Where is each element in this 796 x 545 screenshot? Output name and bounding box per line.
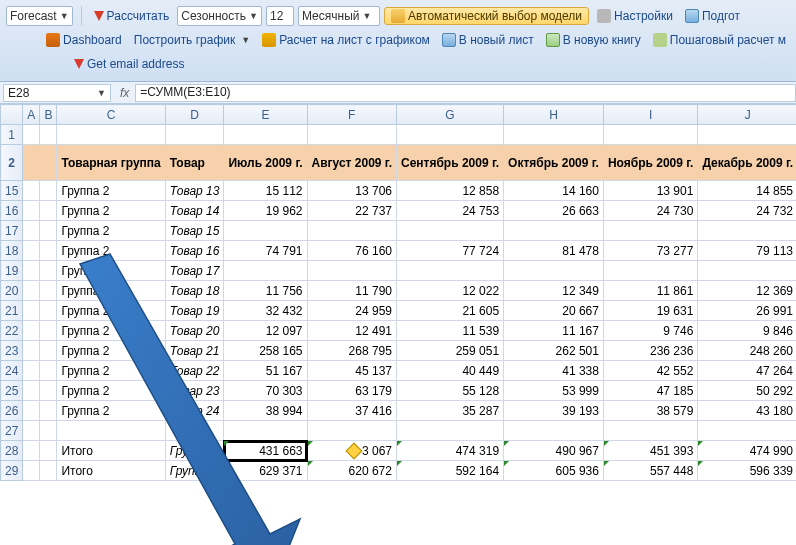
cell[interactable]: Группа 2 <box>57 321 165 341</box>
cell[interactable]: 32 432 <box>224 301 307 321</box>
cell[interactable]: 38 579 <box>603 401 697 421</box>
cell[interactable]: Товар <box>165 145 224 181</box>
cell[interactable]: 557 448 <box>603 461 697 481</box>
cell[interactable]: 50 292 <box>698 381 796 401</box>
cell[interactable]: 12 369 <box>698 281 796 301</box>
season-value[interactable]: 12 <box>266 6 294 26</box>
cell[interactable] <box>224 261 307 281</box>
cell[interactable]: 24 732 <box>698 201 796 221</box>
stepwise-button[interactable]: Пошаговый расчет м <box>649 31 790 49</box>
cell[interactable]: 47 185 <box>603 381 697 401</box>
cell[interactable]: 26 991 <box>698 301 796 321</box>
cell[interactable]: 474 990 <box>698 441 796 461</box>
cell[interactable] <box>40 441 57 461</box>
cell[interactable] <box>504 261 604 281</box>
cell[interactable] <box>23 145 40 181</box>
cell[interactable] <box>23 281 40 301</box>
new-sheet-button[interactable]: В новый лист <box>438 31 538 49</box>
row-header[interactable]: 29 <box>1 461 23 481</box>
cell[interactable] <box>504 421 604 441</box>
cell[interactable]: Товар 17 <box>165 261 224 281</box>
cell[interactable]: 3 067 <box>307 441 396 461</box>
cell[interactable]: Июль 2009 г. <box>224 145 307 181</box>
cell[interactable] <box>40 401 57 421</box>
cell[interactable]: 474 319 <box>396 441 503 461</box>
cell[interactable]: Товар 16 <box>165 241 224 261</box>
cell[interactable] <box>40 381 57 401</box>
cell[interactable]: Декабрь 2009 г. <box>698 145 796 181</box>
cell[interactable] <box>40 221 57 241</box>
cell[interactable]: 77 724 <box>396 241 503 261</box>
cell[interactable] <box>224 125 307 145</box>
cell[interactable]: Сентябрь 2009 г. <box>396 145 503 181</box>
cell[interactable]: Товар 21 <box>165 341 224 361</box>
cell[interactable] <box>603 261 697 281</box>
calc-sheet-button[interactable]: Расчет на лист с графиком <box>258 31 434 49</box>
cell[interactable] <box>698 221 796 241</box>
row-header[interactable]: 16 <box>1 201 23 221</box>
cell[interactable] <box>603 421 697 441</box>
cell[interactable] <box>307 261 396 281</box>
row-header[interactable]: 19 <box>1 261 23 281</box>
cell[interactable] <box>603 221 697 241</box>
cell[interactable]: Группа 2 <box>57 381 165 401</box>
cell[interactable] <box>40 125 57 145</box>
cell[interactable]: 620 672 <box>307 461 396 481</box>
cell[interactable]: Группа 2 <box>57 181 165 201</box>
cell[interactable]: 47 264 <box>698 361 796 381</box>
cell[interactable] <box>698 421 796 441</box>
cell[interactable]: Группа 2 <box>57 341 165 361</box>
cell[interactable]: 248 260 <box>698 341 796 361</box>
cell[interactable] <box>40 241 57 261</box>
cell[interactable] <box>40 181 57 201</box>
cell[interactable] <box>40 145 57 181</box>
dashboard-button[interactable]: Dashboard <box>42 31 126 49</box>
fx-icon[interactable]: fx <box>120 86 129 100</box>
cell[interactable] <box>40 421 57 441</box>
cell[interactable]: 9 746 <box>603 321 697 341</box>
cell[interactable] <box>23 461 40 481</box>
cell[interactable] <box>396 221 503 241</box>
cell[interactable] <box>698 261 796 281</box>
cell[interactable]: 40 449 <box>396 361 503 381</box>
col-G[interactable]: G <box>396 105 503 125</box>
get-email-button[interactable]: Get email address <box>70 55 188 73</box>
cell[interactable]: Группа 2 <box>57 201 165 221</box>
col-A[interactable]: A <box>23 105 40 125</box>
cell[interactable]: 262 501 <box>504 341 604 361</box>
cell[interactable] <box>23 221 40 241</box>
cell[interactable] <box>603 125 697 145</box>
cell[interactable]: 12 858 <box>396 181 503 201</box>
season-dropdown[interactable]: Сезонность▼ <box>177 6 262 26</box>
cell[interactable] <box>40 301 57 321</box>
cell[interactable]: 55 128 <box>396 381 503 401</box>
col-I[interactable]: I <box>603 105 697 125</box>
cell[interactable]: 38 994 <box>224 401 307 421</box>
cell[interactable]: 13 706 <box>307 181 396 201</box>
cell[interactable] <box>40 461 57 481</box>
period-dropdown[interactable]: Месячный▼ <box>298 6 380 26</box>
cell[interactable]: Группа 2 <box>57 301 165 321</box>
cell[interactable]: 9 846 <box>698 321 796 341</box>
cell[interactable] <box>504 221 604 241</box>
cell[interactable]: 76 160 <box>307 241 396 261</box>
cell[interactable] <box>23 321 40 341</box>
row-header[interactable]: 22 <box>1 321 23 341</box>
cell[interactable]: 451 393 <box>603 441 697 461</box>
cell[interactable]: 14 160 <box>504 181 604 201</box>
cell[interactable]: Товарная группа <box>57 145 165 181</box>
cell[interactable] <box>40 321 57 341</box>
cell[interactable]: 11 861 <box>603 281 697 301</box>
cell[interactable]: Группа 1 <box>165 441 224 461</box>
calc-button[interactable]: Рассчитать <box>90 7 174 25</box>
cell[interactable] <box>23 421 40 441</box>
cell[interactable]: Группа 2 <box>57 241 165 261</box>
col-F[interactable]: F <box>307 105 396 125</box>
cell[interactable]: 11 539 <box>396 321 503 341</box>
col-D[interactable]: D <box>165 105 224 125</box>
cell[interactable] <box>23 181 40 201</box>
cell[interactable]: 490 967 <box>504 441 604 461</box>
row-header[interactable]: 24 <box>1 361 23 381</box>
row-header[interactable]: 28 <box>1 441 23 461</box>
cell[interactable]: Товар 14 <box>165 201 224 221</box>
